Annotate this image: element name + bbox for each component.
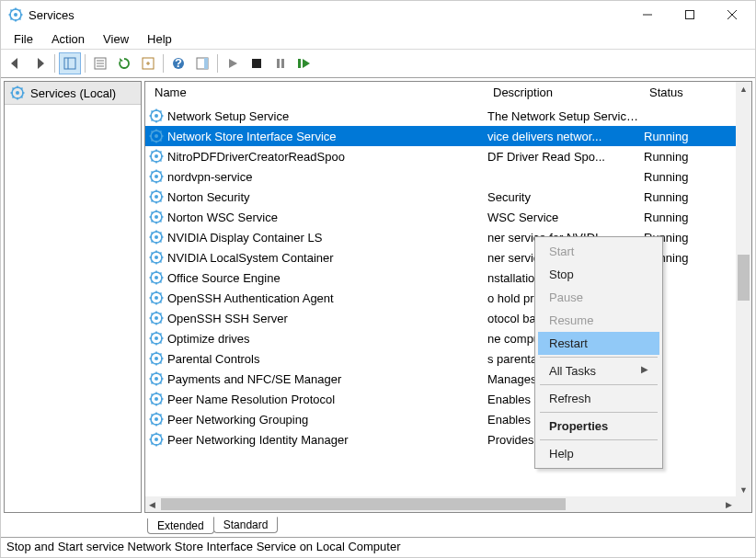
action-pane-button[interactable] bbox=[191, 52, 213, 74]
column-header-description[interactable]: Description bbox=[487, 82, 644, 106]
service-name: OpenSSH Authentication Agent bbox=[167, 291, 487, 305]
help-button[interactable]: ? bbox=[167, 52, 189, 74]
table-row[interactable]: Network Setup ServiceThe Network Setup S… bbox=[145, 106, 751, 126]
service-description: vice delivers networ... bbox=[487, 130, 644, 143]
service-name: Office Source Engine bbox=[167, 271, 487, 285]
scroll-thumb[interactable] bbox=[738, 255, 750, 301]
svg-rect-24 bbox=[204, 58, 208, 69]
service-name: Network Store Interface Service bbox=[167, 130, 487, 143]
svg-rect-27 bbox=[281, 59, 284, 68]
ctx-resume: Resume bbox=[538, 309, 659, 332]
properties-button[interactable] bbox=[89, 52, 111, 74]
svg-rect-11 bbox=[686, 11, 694, 19]
back-button[interactable] bbox=[5, 52, 27, 74]
ctx-separator bbox=[540, 412, 658, 413]
left-pane-label: Services (Local) bbox=[30, 86, 116, 100]
table-row[interactable]: Norton SecuritySecurityRunning bbox=[145, 187, 751, 207]
vertical-scrollbar[interactable]: ▲ ▼ bbox=[736, 82, 751, 496]
service-description: Security bbox=[487, 190, 644, 204]
service-status: Running bbox=[644, 170, 748, 184]
service-name: OpenSSH SSH Server bbox=[167, 312, 487, 325]
export-list-button[interactable] bbox=[137, 52, 159, 74]
scroll-down-icon[interactable]: ▼ bbox=[737, 483, 750, 496]
chevron-right-icon: ▶ bbox=[641, 364, 648, 374]
menu-help[interactable]: Help bbox=[138, 30, 181, 48]
left-pane-node[interactable]: Services (Local) bbox=[5, 82, 141, 105]
forward-button[interactable] bbox=[29, 52, 51, 74]
menu-view[interactable]: View bbox=[94, 30, 138, 48]
restart-service-button[interactable] bbox=[293, 52, 315, 74]
service-name: Network Setup Service bbox=[167, 109, 487, 123]
table-row[interactable]: NitroPDFDriverCreatorReadSpooDF Driver R… bbox=[145, 146, 751, 166]
service-description: WSC Service bbox=[487, 211, 644, 224]
stop-service-button[interactable] bbox=[246, 52, 268, 74]
service-name: NVIDIA LocalSystem Container bbox=[167, 251, 487, 265]
scroll-corner bbox=[736, 496, 751, 512]
svg-rect-14 bbox=[64, 58, 75, 69]
pause-service-button[interactable] bbox=[269, 52, 292, 74]
gear-icon bbox=[149, 149, 164, 164]
left-pane-body bbox=[5, 105, 141, 512]
service-status: Running bbox=[644, 190, 748, 204]
gear-icon bbox=[149, 331, 164, 346]
ctx-separator bbox=[540, 384, 658, 385]
window-title: Services bbox=[29, 8, 626, 22]
ctx-refresh[interactable]: Refresh bbox=[538, 387, 659, 410]
column-header-name[interactable]: Name bbox=[149, 82, 487, 106]
titlebar: Services bbox=[1, 1, 755, 28]
ctx-stop[interactable]: Stop bbox=[538, 263, 659, 286]
tab-extended[interactable]: Extended bbox=[147, 518, 214, 534]
service-status: Running bbox=[644, 150, 748, 164]
ctx-properties[interactable]: Properties bbox=[538, 415, 659, 438]
close-button[interactable] bbox=[711, 1, 753, 28]
ctx-restart[interactable]: Restart bbox=[538, 332, 659, 355]
show-hide-tree-button[interactable] bbox=[59, 52, 81, 74]
toolbar-separator bbox=[163, 54, 164, 73]
services-icon bbox=[8, 7, 23, 22]
svg-rect-25 bbox=[252, 59, 261, 68]
gear-icon bbox=[149, 189, 164, 204]
menu-action[interactable]: Action bbox=[42, 30, 94, 48]
tab-standard[interactable]: Standard bbox=[213, 517, 279, 533]
refresh-button[interactable] bbox=[113, 52, 135, 74]
service-name: Parental Controls bbox=[167, 352, 487, 366]
service-name: NitroPDFDriverCreatorReadSpoo bbox=[167, 150, 487, 164]
service-status: Running bbox=[644, 130, 748, 143]
minimize-button[interactable] bbox=[626, 1, 669, 28]
table-row[interactable]: nordvpn-serviceRunning bbox=[145, 166, 751, 187]
statusbar: Stop and Start service Network Store Int… bbox=[1, 537, 755, 557]
service-name: Peer Networking Grouping bbox=[167, 413, 487, 427]
gear-icon bbox=[149, 108, 164, 123]
service-name: Optimize drives bbox=[167, 332, 487, 346]
scroll-thumb[interactable] bbox=[161, 498, 566, 510]
left-pane: Services (Local) bbox=[4, 81, 142, 513]
svg-text:?: ? bbox=[175, 57, 182, 70]
service-name: NVIDIA Display Container LS bbox=[167, 231, 487, 245]
gear-icon bbox=[149, 412, 164, 427]
svg-rect-28 bbox=[298, 59, 301, 68]
start-service-button[interactable] bbox=[222, 52, 244, 74]
gear-icon bbox=[149, 210, 164, 224]
toolbar: ? bbox=[1, 49, 755, 78]
ctx-separator bbox=[540, 357, 658, 358]
service-name: Norton WSC Service bbox=[167, 211, 487, 224]
gear-icon bbox=[149, 311, 164, 325]
ctx-separator bbox=[540, 439, 658, 440]
horizontal-scrollbar[interactable]: ◀ ▶ bbox=[145, 496, 736, 512]
service-status: Running bbox=[644, 211, 748, 224]
gear-icon bbox=[149, 250, 164, 265]
scroll-right-icon[interactable]: ▶ bbox=[722, 497, 736, 511]
scroll-left-icon[interactable]: ◀ bbox=[145, 497, 159, 511]
menu-file[interactable]: File bbox=[5, 30, 42, 48]
table-row[interactable]: Network Store Interface Servicevice deli… bbox=[145, 126, 751, 146]
ctx-start: Start bbox=[538, 240, 659, 263]
gear-icon bbox=[149, 432, 164, 447]
list-header: Name Description Status bbox=[145, 82, 751, 106]
scroll-up-icon[interactable]: ▲ bbox=[737, 82, 750, 96]
gear-icon bbox=[149, 230, 164, 245]
toolbar-separator bbox=[217, 54, 218, 73]
ctx-all-tasks[interactable]: All Tasks▶ bbox=[538, 359, 659, 382]
maximize-button[interactable] bbox=[669, 1, 711, 28]
table-row[interactable]: Norton WSC ServiceWSC ServiceRunning bbox=[145, 207, 751, 227]
ctx-help[interactable]: Help bbox=[538, 442, 659, 465]
